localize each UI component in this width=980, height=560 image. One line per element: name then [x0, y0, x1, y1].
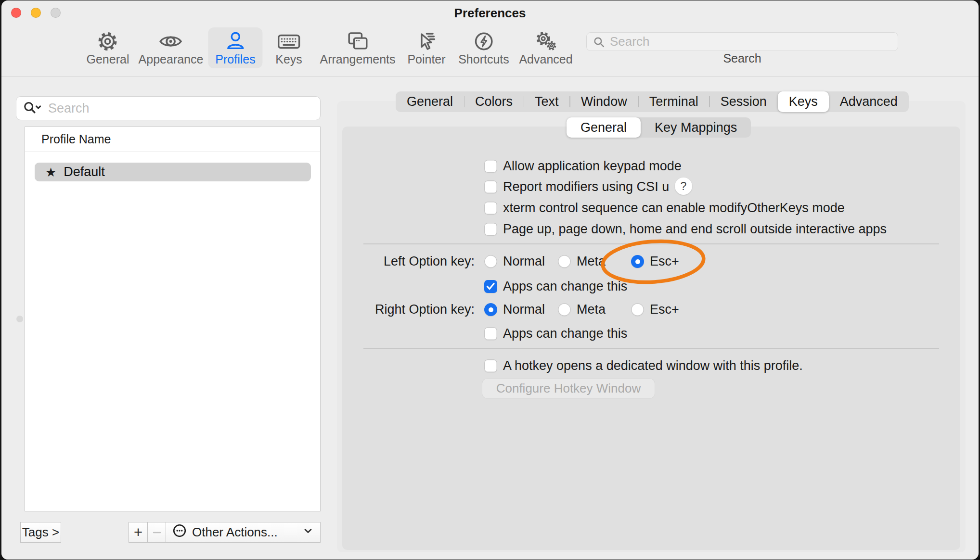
keyboard-icon — [276, 30, 301, 52]
checkbox-row: A hotkey opens a dedicated window with t… — [484, 358, 803, 373]
toolbar-item-label: Arrangements — [320, 52, 395, 66]
toolbar-item-label: Profiles — [215, 52, 255, 66]
gears-icon — [534, 30, 558, 52]
checkbox-label: A hotkey opens a dedicated window with t… — [503, 358, 803, 373]
section-divider — [363, 348, 939, 349]
subtab-key-mappings[interactable]: Key Mappings — [641, 117, 751, 138]
search-menu-icon[interactable] — [24, 102, 43, 117]
toolbar-item-label: Advanced — [519, 52, 572, 66]
modify-other-keys-checkbox[interactable] — [484, 202, 497, 215]
toolbar-search-input[interactable] — [586, 32, 898, 51]
right-option-esc-radio[interactable] — [631, 303, 644, 316]
right-option-key-label: Right Option key: — [345, 302, 475, 317]
toolbar-item-pointer[interactable]: Pointer — [400, 27, 452, 68]
radio-option: Meta — [558, 302, 606, 317]
windows-icon — [346, 30, 369, 52]
csi-u-checkbox[interactable] — [484, 180, 497, 193]
circle-ellipsis-icon — [172, 523, 187, 541]
toolbar-item-label: General — [87, 52, 129, 66]
left-option-key-label: Left Option key: — [345, 254, 475, 269]
preferences-window: Preferences General Appearance — [1, 0, 979, 560]
toolbar-item-label: Keys — [275, 52, 302, 66]
subtab-general[interactable]: General — [567, 117, 641, 138]
radio-option: Esc+ — [631, 302, 679, 317]
other-actions-label: Other Actions... — [192, 525, 278, 540]
radio-option: Esc+ — [631, 254, 679, 269]
toolbar-item-label: Shortcuts — [458, 52, 509, 66]
profile-list-header: Profile Name — [25, 127, 320, 152]
right-option-meta-radio[interactable] — [558, 303, 571, 316]
radio-label: Meta — [577, 254, 606, 269]
toolbar-item-shortcuts[interactable]: Shortcuts — [451, 27, 516, 68]
chevron-down-icon — [302, 525, 314, 540]
radio-label: Esc+ — [650, 254, 679, 269]
toolbar-item-general[interactable]: General — [79, 27, 137, 68]
profile-tabs: General Colors Text Window Terminal Sess… — [396, 91, 909, 112]
checkbox-row: Apps can change this — [484, 326, 627, 341]
checkbox-row: Page up, page down, home and end scroll … — [484, 222, 887, 237]
tags-button[interactable]: Tags > — [20, 522, 61, 543]
other-actions-dropdown[interactable]: Other Actions... — [166, 522, 321, 543]
tab-text[interactable]: Text — [524, 91, 570, 112]
section-divider — [363, 243, 939, 244]
checkbox-label: Apps can change this — [503, 279, 627, 294]
toolbar-search-caption: Search — [586, 51, 898, 65]
left-apps-can-change-checkbox[interactable] — [484, 280, 497, 293]
toolbar-item-label: Appearance — [139, 52, 204, 66]
profile-search-input[interactable] — [16, 96, 321, 120]
toolbar-item-keys[interactable]: Keys — [268, 27, 309, 68]
gear-icon — [97, 30, 119, 52]
page-scroll-checkbox[interactable] — [484, 223, 497, 236]
title-bar: Preferences General Appearance — [1, 0, 979, 76]
cursor-icon — [415, 30, 438, 52]
keys-subtabs: General Key Mappings — [567, 117, 751, 138]
tab-keys[interactable]: Keys — [778, 91, 829, 112]
star-icon: ★ — [45, 166, 56, 178]
tab-advanced[interactable]: Advanced — [829, 91, 909, 112]
toolbar-item-advanced[interactable]: Advanced — [512, 27, 580, 68]
right-apps-can-change-checkbox[interactable] — [484, 327, 497, 340]
toolbar-item-appearance[interactable]: Appearance — [131, 27, 211, 68]
checkbox-row: Report modifiers using CSI u — [484, 179, 669, 194]
tab-terminal[interactable]: Terminal — [638, 91, 709, 112]
profile-row-default[interactable]: ★ Default — [35, 163, 311, 181]
radio-label: Meta — [577, 302, 606, 317]
eye-icon — [158, 30, 183, 52]
checkbox-label: Report modifiers using CSI u — [503, 179, 669, 194]
tab-window[interactable]: Window — [570, 91, 638, 112]
person-icon — [224, 30, 246, 52]
checkbox-label: Allow application keypad mode — [503, 159, 682, 174]
tab-general[interactable]: General — [396, 91, 464, 112]
radio-label: Normal — [503, 302, 545, 317]
checkbox-row: xterm control sequence can enable modify… — [484, 201, 845, 216]
left-option-normal-radio[interactable] — [484, 255, 497, 268]
panel-divider-handle[interactable] — [16, 316, 23, 322]
add-profile-button[interactable]: + — [129, 522, 148, 543]
radio-option: Meta — [558, 254, 606, 269]
bolt-icon — [473, 30, 495, 52]
configure-hotkey-window-button[interactable]: Configure Hotkey Window — [482, 379, 655, 398]
radio-option: Normal — [484, 254, 545, 269]
tab-session[interactable]: Session — [709, 91, 778, 112]
allow-keypad-checkbox[interactable] — [484, 160, 497, 173]
left-option-meta-radio[interactable] — [558, 255, 571, 268]
help-button[interactable]: ? — [675, 178, 692, 195]
checkbox-label: Apps can change this — [503, 326, 627, 341]
hotkey-window-checkbox[interactable] — [484, 359, 497, 372]
profile-name: Default — [64, 165, 105, 179]
checkbox-label: Page up, page down, home and end scroll … — [503, 222, 887, 237]
tab-colors[interactable]: Colors — [464, 91, 524, 112]
checkbox-row: Apps can change this — [484, 279, 627, 294]
search-icon — [593, 36, 605, 50]
toolbar-item-profiles[interactable]: Profiles — [208, 27, 262, 68]
radio-label: Esc+ — [650, 302, 679, 317]
right-option-normal-radio[interactable] — [484, 303, 497, 316]
toolbar-item-arrangements[interactable]: Arrangements — [312, 27, 402, 68]
window-title: Preferences — [1, 6, 979, 21]
checkbox-label: xterm control sequence can enable modify… — [503, 201, 845, 216]
left-option-esc-radio[interactable] — [631, 255, 644, 268]
checkbox-row: Allow application keypad mode — [484, 159, 682, 174]
radio-option: Normal — [484, 302, 545, 317]
remove-profile-button[interactable] — [147, 522, 167, 543]
profile-list: Profile Name ★ Default — [25, 127, 321, 511]
